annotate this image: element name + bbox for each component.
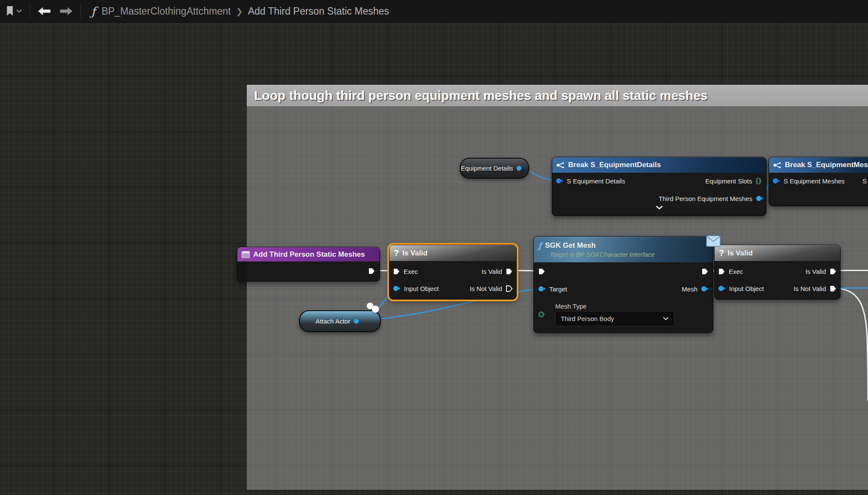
node-subtitle: Target is BP SGKCharacter Interface: [550, 251, 655, 258]
pin-label: Input Object: [729, 285, 764, 292]
node-equipment-details[interactable]: Equipment Details: [460, 158, 529, 179]
pin-row: Is Not Valid: [470, 284, 513, 293]
breadcrumb-current[interactable]: Add Third Person Static Meshes: [248, 6, 389, 17]
bookmark-icon: [6, 6, 14, 16]
back-arrow-icon: [38, 7, 51, 15]
node-break-equipment-mesh[interactable]: Break S_EquipmentMesh S Equipment Meshes…: [769, 157, 868, 206]
chevron-down-icon: [16, 9, 22, 13]
node-header[interactable]: ? Is Valid: [389, 245, 516, 261]
node-sgk-get-mesh[interactable]: ƒ SGK Get Mesh Target is BP SGKCharacter…: [533, 236, 713, 333]
exec-pin-hollow-icon[interactable]: [506, 285, 513, 292]
node-break-equipment-details[interactable]: Break S_EquipmentDetails S Equipment Det…: [552, 157, 766, 216]
node-attach-actor[interactable]: Attach Actor: [299, 310, 381, 332]
object-pin-icon[interactable]: [516, 165, 522, 171]
enum-pin-icon[interactable]: [538, 311, 546, 318]
exec-pin-icon[interactable]: [506, 268, 513, 275]
node-title: SGK Get Mesh: [545, 241, 596, 250]
toolbar-separator: [80, 4, 81, 18]
pin-label: Target: [549, 285, 567, 293]
object-pin-icon[interactable]: [701, 286, 709, 292]
pin-row: Input Object: [718, 284, 764, 293]
pin-row: S: [862, 177, 867, 185]
object-pin-icon[interactable]: [756, 195, 763, 201]
comment-box-header[interactable]: Loop though third person equipment meshe…: [247, 85, 868, 106]
pin-row: Mesh Type: [555, 302, 587, 310]
break-struct-icon: [557, 162, 565, 168]
graph-toolbar: ƒ BP_MasterClothingAttchment ❯ Add Third…: [0, 0, 868, 23]
pin-row: [368, 267, 375, 275]
pin-row: [701, 267, 709, 276]
exec-pin-icon[interactable]: [829, 285, 837, 292]
pin-row: [538, 267, 545, 276]
node-is-valid-left[interactable]: ? Is Valid Exec Is Valid Input Object Is…: [389, 245, 517, 300]
exec-pin-icon[interactable]: [829, 268, 837, 275]
object-pin-icon[interactable]: [718, 285, 726, 291]
pin-label: Third Person Equipment Meshes: [659, 195, 752, 202]
expand-node-chevron-icon[interactable]: [655, 205, 663, 210]
pin-label: Mesh Type: [555, 303, 587, 310]
node-add-third-person-static-meshes[interactable]: Add Third Person Static Meshes: [237, 247, 380, 282]
object-pin-icon[interactable]: [538, 286, 546, 292]
pin-label: Is Not Valid: [793, 285, 826, 292]
function-icon: ƒ: [91, 5, 96, 18]
breadcrumb-separator-icon: ❯: [236, 6, 243, 16]
toolbar-separator: [30, 4, 30, 18]
variable-label: Equipment Details: [461, 165, 513, 172]
comment-title: Loop though third person equipment meshe…: [247, 88, 708, 103]
node-header[interactable]: Add Third Person Static Meshes: [237, 247, 380, 261]
variable-label: Attach Actor: [316, 318, 350, 325]
forward-button[interactable]: [55, 0, 77, 22]
node-header[interactable]: ƒ SGK Get Mesh Target is BP SGKCharacter…: [534, 237, 713, 262]
pin-label: Input Object: [404, 285, 439, 292]
pin-row: Exec: [718, 267, 743, 276]
pin-row: Equipment Slots {}: [705, 177, 762, 185]
struct-pin-icon[interactable]: [556, 178, 563, 184]
pin-row: Is Valid: [805, 267, 837, 276]
back-button[interactable]: [34, 0, 55, 22]
object-pin-icon[interactable]: [353, 318, 359, 324]
map-pin-icon[interactable]: {}: [756, 177, 762, 185]
wire-bubble: [372, 306, 379, 313]
pin-row: S Equipment Details: [556, 177, 625, 185]
node-header[interactable]: ? Is Valid: [715, 245, 840, 261]
pin-label: Equipment Slots: [705, 177, 752, 185]
object-pin-icon[interactable]: [393, 285, 401, 291]
collapsed-graph-icon: [242, 251, 250, 258]
breadcrumb-parent[interactable]: BP_MasterClothingAttchment: [102, 6, 231, 17]
pin-label: S Equipment Details: [567, 177, 625, 185]
pin-row: Input Object: [393, 284, 439, 293]
pin-label: Exec: [729, 268, 743, 275]
bookmark-button[interactable]: [2, 0, 26, 22]
mesh-type-dropdown[interactable]: Third Person Body: [555, 311, 674, 326]
pin-row: Mesh: [682, 285, 709, 293]
break-struct-icon: [773, 162, 781, 168]
pin-label: S Equipment Meshes: [784, 177, 845, 185]
pin-row: [538, 310, 546, 318]
function-icon: ƒ: [538, 241, 542, 250]
question-icon: ?: [394, 248, 399, 258]
pin-row: Third Person Equipment Meshes: [659, 194, 763, 203]
exec-pin-icon[interactable]: [718, 268, 725, 275]
exec-pin-icon[interactable]: [701, 268, 709, 275]
pin-label: Is Valid: [805, 268, 826, 275]
node-is-valid-right[interactable]: ? Is Valid Exec Is Valid Input Object Is…: [714, 245, 841, 300]
pin-label: Mesh: [682, 285, 697, 293]
node-title: Is Valid: [402, 249, 428, 258]
dropdown-value: Third Person Body: [561, 315, 614, 322]
exec-pin-icon[interactable]: [393, 268, 400, 275]
pin-row: Is Not Valid: [793, 284, 837, 293]
node-title: Break S_EquipmentMesh: [785, 161, 868, 169]
exec-pin-icon[interactable]: [538, 268, 545, 275]
forward-arrow-icon: [60, 7, 72, 15]
pin-row: Target: [538, 285, 567, 293]
envelope-icon: [706, 235, 721, 247]
struct-pin-icon[interactable]: [772, 178, 780, 184]
node-header[interactable]: Break S_EquipmentMesh: [769, 157, 868, 173]
pin-row: S Equipment Meshes: [772, 177, 845, 185]
pin-row: Exec: [393, 267, 418, 276]
chevron-down-icon: [663, 317, 669, 321]
blueprint-editor: ƒ BP_MasterClothingAttchment ❯ Add Third…: [0, 0, 868, 495]
pin-row: Is Valid: [482, 267, 513, 276]
node-header[interactable]: Break S_EquipmentDetails: [552, 157, 766, 173]
exec-pin-icon[interactable]: [368, 267, 375, 275]
